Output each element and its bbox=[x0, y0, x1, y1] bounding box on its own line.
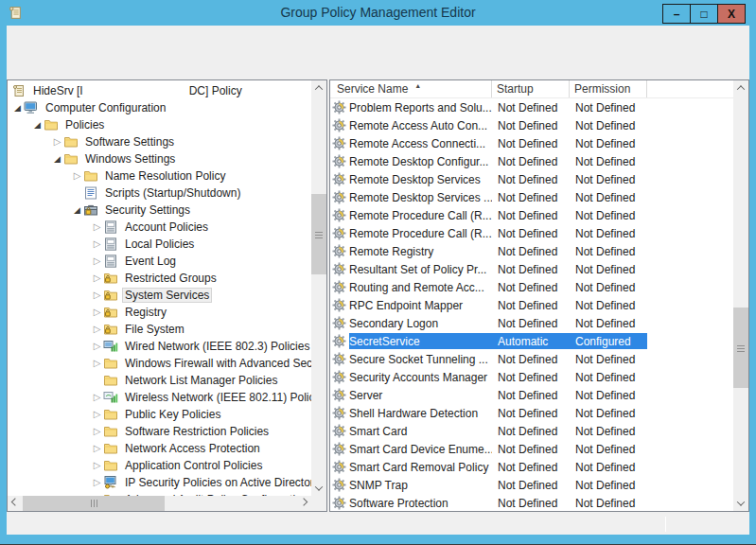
tree-item-security-settings[interactable]: ◢Security Settings bbox=[8, 202, 311, 219]
service-row-smart-card[interactable]: Smart CardNot DefinedNot Defined bbox=[330, 422, 733, 440]
scroll-up-arrow[interactable] bbox=[311, 80, 326, 96]
collapsed-arrow-icon[interactable]: ▷ bbox=[91, 359, 103, 368]
tree-item-label: Network Access Protection bbox=[122, 441, 263, 456]
permission-value: Not Defined bbox=[570, 371, 647, 384]
permission-value: Not Defined bbox=[570, 101, 647, 114]
title-bar[interactable]: Group Policy Management Editor –□X bbox=[0, 0, 756, 26]
service-row-remote-desktop-services[interactable]: Remote Desktop ServicesNot DefinedNot De… bbox=[330, 170, 733, 188]
tree-item-computer-configuration[interactable]: ◢Computer Configuration bbox=[8, 99, 311, 116]
collapsed-arrow-icon[interactable]: ▷ bbox=[91, 427, 103, 436]
collapsed-arrow-icon[interactable]: ▷ bbox=[91, 222, 103, 232]
expanded-arrow-icon[interactable]: ◢ bbox=[71, 205, 83, 215]
expanded-arrow-icon[interactable]: ◢ bbox=[31, 120, 44, 130]
tree-item-system-services[interactable]: ▷System Services bbox=[8, 287, 311, 304]
service-row-shell-hardware-detection[interactable]: Shell Hardware DetectionNot DefinedNot D… bbox=[330, 404, 733, 422]
tree-item-scripts-startup-shutdown[interactable]: Scripts (Startup/Shutdown) bbox=[8, 185, 311, 202]
permission-value: Not Defined bbox=[570, 173, 647, 186]
scroll-down-arrow[interactable] bbox=[311, 481, 326, 496]
minimize-button[interactable]: – bbox=[662, 4, 691, 24]
service-row-remote-desktop-services[interactable]: Remote Desktop Services ...Not DefinedNo… bbox=[330, 188, 733, 206]
tree-item-application-control-policies[interactable]: ▷Application Control Policies bbox=[8, 457, 311, 474]
tree-item-restricted-groups[interactable]: ▷Restricted Groups bbox=[8, 270, 311, 287]
tree-item-local-policies[interactable]: ▷Local Policies bbox=[8, 236, 311, 253]
service-row-server[interactable]: ServerNot DefinedNot Defined bbox=[330, 386, 733, 404]
tree-item-software-settings[interactable]: ▷Software Settings bbox=[8, 133, 311, 150]
scroll-thumb[interactable] bbox=[311, 194, 326, 274]
collapsed-arrow-icon[interactable]: ▷ bbox=[91, 461, 103, 470]
collapsed-arrow-icon[interactable]: ▷ bbox=[91, 308, 103, 317]
service-row-secure-socket-tunneling[interactable]: Secure Socket Tunneling ...Not DefinedNo… bbox=[330, 350, 733, 368]
service-row-rpc-endpoint-mapper[interactable]: RPC Endpoint MapperNot DefinedNot Define… bbox=[330, 296, 733, 314]
tree-item-ip-security-policies-on-active-directory[interactable]: ▷IP Security Policies on Active Director… bbox=[8, 474, 311, 491]
expanded-arrow-icon[interactable]: ◢ bbox=[51, 154, 63, 164]
service-row-snmp-trap[interactable]: SNMP TrapNot DefinedNot Defined bbox=[330, 476, 733, 494]
service-name: Software Protection bbox=[349, 497, 492, 510]
collapsed-arrow-icon[interactable]: ▷ bbox=[91, 256, 103, 266]
service-name: Remote Desktop Services ... bbox=[349, 191, 492, 204]
service-row-secretservice[interactable]: SecretServiceAutomaticConfigured bbox=[330, 332, 733, 350]
service-row-problem-reports-and-solu[interactable]: Problem Reports and Solu...Not DefinedNo… bbox=[330, 98, 733, 116]
service-row-smart-card-removal-policy[interactable]: Smart Card Removal PolicyNot DefinedNot … bbox=[330, 458, 733, 476]
folder-lock-icon bbox=[103, 271, 118, 286]
list-vertical-scrollbar[interactable] bbox=[733, 80, 748, 511]
tree-item-wireless-network-ieee-802-11-policie[interactable]: ▷Wireless Network (IEEE 802.11) Policie bbox=[8, 389, 311, 406]
collapsed-arrow-icon[interactable]: ▷ bbox=[91, 444, 103, 453]
service-row-remote-procedure-call-r[interactable]: Remote Procedure Call (R...Not DefinedNo… bbox=[330, 224, 733, 242]
scroll-thumb[interactable] bbox=[733, 308, 748, 388]
column-header-startup[interactable]: Startup bbox=[492, 80, 570, 97]
service-row-security-accounts-manager[interactable]: Security Accounts ManagerNot DefinedNot … bbox=[330, 368, 733, 386]
service-row-remote-access-connecti[interactable]: Remote Access Connecti...Not DefinedNot … bbox=[330, 134, 733, 152]
tree-item-event-log[interactable]: ▷Event Log bbox=[8, 253, 311, 270]
service-row-routing-and-remote-acc[interactable]: Routing and Remote Acc...Not DefinedNot … bbox=[330, 278, 733, 296]
scroll-right-arrow[interactable] bbox=[296, 496, 311, 511]
collapsed-arrow-icon[interactable]: ▷ bbox=[71, 171, 83, 181]
tree-item-root-policy[interactable]: HideSrv [IDC] Policy bbox=[8, 82, 311, 99]
tree-item-software-restriction-policies[interactable]: ▷Software Restriction Policies bbox=[8, 423, 311, 440]
service-gear-icon bbox=[332, 424, 346, 438]
expanded-arrow-icon[interactable]: ◢ bbox=[11, 103, 24, 113]
ip-security-icon bbox=[103, 475, 118, 490]
folder-icon bbox=[103, 407, 118, 422]
service-row-software-protection[interactable]: Software ProtectionNot DefinedNot Define… bbox=[330, 494, 733, 511]
collapsed-arrow-icon[interactable]: ▷ bbox=[91, 478, 103, 487]
maximize-button[interactable]: □ bbox=[690, 4, 718, 24]
service-row-remote-procedure-call-r[interactable]: Remote Procedure Call (R...Not DefinedNo… bbox=[330, 206, 733, 224]
collapsed-arrow-icon[interactable]: ▷ bbox=[91, 239, 103, 249]
tree-vertical-scrollbar[interactable] bbox=[311, 80, 326, 496]
service-row-cells: Remote Desktop ServicesNot DefinedNot De… bbox=[349, 171, 647, 187]
service-name: Secure Socket Tunneling ... bbox=[349, 353, 492, 366]
column-header-service-name[interactable]: Service Name▲ bbox=[330, 80, 492, 97]
collapsed-arrow-icon[interactable]: ▷ bbox=[51, 137, 63, 147]
scroll-thumb[interactable] bbox=[23, 496, 165, 511]
scroll-up-arrow[interactable] bbox=[733, 80, 748, 96]
tree-item-windows-firewall-with-advanced-secu[interactable]: ▷Windows Firewall with Advanced Secu bbox=[8, 355, 311, 372]
tree-horizontal-scrollbar[interactable] bbox=[8, 496, 311, 511]
tree-item-label: Windows Settings bbox=[82, 151, 178, 167]
service-row-smart-card-device-enume[interactable]: Smart Card Device Enume...Not DefinedNot… bbox=[330, 440, 733, 458]
service-row-remote-access-auto-con[interactable]: Remote Access Auto Con...Not DefinedNot … bbox=[330, 116, 733, 134]
collapsed-arrow-icon[interactable]: ▷ bbox=[91, 273, 103, 283]
service-row-secondary-logon[interactable]: Secondary LogonNot DefinedNot Defined bbox=[330, 314, 733, 332]
collapsed-arrow-icon[interactable]: ▷ bbox=[91, 393, 103, 402]
collapsed-arrow-icon[interactable]: ▷ bbox=[91, 290, 103, 300]
service-row-remote-desktop-configur[interactable]: Remote Desktop Configur...Not DefinedNot… bbox=[330, 152, 733, 170]
tree-item-public-key-policies[interactable]: ▷Public Key Policies bbox=[8, 406, 311, 423]
collapsed-arrow-icon[interactable]: ▷ bbox=[91, 410, 103, 419]
collapsed-arrow-icon[interactable]: ▷ bbox=[91, 325, 103, 334]
tree-item-registry[interactable]: ▷Registry bbox=[8, 304, 311, 321]
scroll-down-arrow[interactable] bbox=[733, 496, 748, 511]
tree-item-network-access-protection[interactable]: ▷Network Access Protection bbox=[8, 440, 311, 457]
service-row-remote-registry[interactable]: Remote RegistryNot DefinedNot Defined bbox=[330, 242, 733, 260]
service-row-resultant-set-of-policy-pr[interactable]: Resultant Set of Policy Pr...Not Defined… bbox=[330, 260, 733, 278]
close-button[interactable]: X bbox=[717, 4, 746, 24]
tree-item-account-policies[interactable]: ▷Account Policies bbox=[8, 219, 311, 236]
tree-item-wired-network-ieee-802-3-policies[interactable]: ▷Wired Network (IEEE 802.3) Policies bbox=[8, 338, 311, 355]
tree-item-network-list-manager-policies[interactable]: Network List Manager Policies bbox=[8, 372, 311, 389]
collapsed-arrow-icon[interactable]: ▷ bbox=[91, 342, 103, 351]
tree-item-file-system[interactable]: ▷File System bbox=[8, 321, 311, 338]
tree-item-name-resolution-policy[interactable]: ▷Name Resolution Policy bbox=[8, 167, 311, 185]
tree-item-policies[interactable]: ◢Policies bbox=[8, 116, 311, 133]
column-header-permission[interactable]: Permission bbox=[570, 80, 647, 97]
scroll-left-arrow[interactable] bbox=[8, 496, 23, 511]
tree-item-windows-settings[interactable]: ◢Windows Settings bbox=[8, 150, 311, 167]
